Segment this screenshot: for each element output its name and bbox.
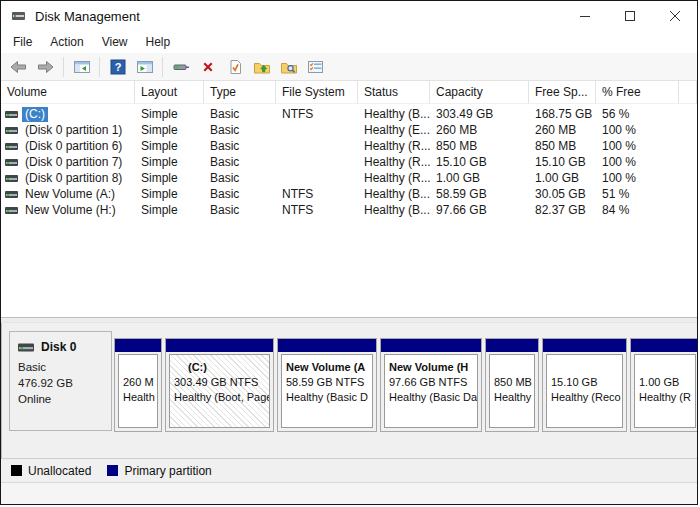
table-row[interactable]: New Volume (A:) Simple Basic NTFS Health…: [1, 186, 697, 202]
menu-help[interactable]: Help: [137, 32, 180, 52]
show-action-pane-button[interactable]: [131, 55, 158, 79]
partition-260mb[interactable]: 260 M Health: [114, 338, 162, 432]
window-title: Disk Management: [35, 9, 140, 24]
cell-layout: Simple: [135, 171, 204, 185]
partition-850mb[interactable]: 850 MB Healthy (: [485, 338, 539, 432]
volume-name: (Disk 0 partition 8): [22, 171, 125, 186]
table-row[interactable]: (Disk 0 partition 6) Simple Basic Health…: [1, 138, 697, 154]
explore-button[interactable]: [275, 55, 302, 79]
table-row[interactable]: (C:) Simple Basic NTFS Healthy (B... 303…: [1, 106, 697, 122]
cell-free-space: 850 MB: [529, 139, 596, 153]
menu-bar: File Action View Help: [1, 31, 697, 53]
cell-type: Basic: [204, 123, 276, 137]
properties-button[interactable]: [302, 55, 329, 79]
help-button[interactable]: ?: [104, 55, 131, 79]
toolbar-separator: [63, 57, 64, 77]
cell-layout: Simple: [135, 203, 204, 217]
document-check-icon: [227, 59, 243, 75]
cell-free-space: 30.05 GB: [529, 187, 596, 201]
delete-x-icon: [200, 59, 216, 75]
cell-free-space: 168.75 GB: [529, 107, 596, 121]
minimize-icon: [580, 11, 590, 21]
partition-new-volume-a[interactable]: New Volume (A 58.59 GB NTFS Healthy (Bas…: [277, 338, 377, 432]
column-header-status[interactable]: Status: [358, 81, 430, 104]
table-row[interactable]: (Disk 0 partition 1) Simple Basic Health…: [1, 122, 697, 138]
status-bar: [1, 482, 697, 504]
cell-free-space: 260 MB: [529, 123, 596, 137]
close-button[interactable]: [652, 1, 697, 31]
table-row[interactable]: New Volume (H:) Simple Basic NTFS Health…: [1, 202, 697, 218]
disk-volume-icon: [5, 126, 18, 135]
forward-button[interactable]: [32, 55, 59, 79]
column-header-type[interactable]: Type: [204, 81, 276, 104]
action-pane-icon: [136, 59, 154, 75]
rescan-disks-icon: [172, 59, 190, 75]
cell-pct-free: 51 %: [596, 187, 679, 201]
delete-volume-button[interactable]: [194, 55, 221, 79]
column-header-free-space[interactable]: Free Sp...: [529, 81, 596, 104]
menu-action[interactable]: Action: [41, 32, 92, 52]
cell-pct-free: 56 %: [596, 107, 679, 121]
back-button[interactable]: [5, 55, 32, 79]
cell-status: Healthy (E...: [358, 123, 430, 137]
maximize-button[interactable]: [607, 1, 652, 31]
menu-file[interactable]: File: [4, 32, 41, 52]
partition-type-bar: [278, 339, 376, 352]
cell-layout: Simple: [135, 107, 204, 121]
partition-new-volume-h[interactable]: New Volume (H 97.66 GB NTFS Healthy (Bas…: [380, 338, 482, 432]
legend-unallocated: Unallocated: [11, 464, 91, 478]
disk-size: 476.92 GB: [18, 375, 111, 391]
disk-0-header[interactable]: Disk 0 Basic 476.92 GB Online: [9, 331, 112, 431]
disk-name: Disk 0: [41, 340, 76, 354]
column-header-filler: [679, 81, 697, 104]
partition-type-bar: [486, 339, 538, 352]
cell-pct-free: 100 %: [596, 155, 679, 169]
partition-strip: 260 M Health (C:) 303.49 GB NTFS Healthy…: [114, 338, 697, 432]
cell-file-system: NTFS: [276, 203, 358, 217]
forward-arrow-icon: [36, 59, 55, 75]
toolbar-separator: [99, 57, 100, 77]
minimize-button[interactable]: [562, 1, 607, 31]
title-bar: Disk Management: [1, 1, 697, 31]
cell-status: Healthy (R...: [358, 139, 430, 153]
partition-c-drive[interactable]: (C:) 303.49 GB NTFS Healthy (Boot, Page: [165, 338, 274, 432]
legend-label: Unallocated: [28, 464, 91, 478]
column-header-file-system[interactable]: File System: [276, 81, 358, 104]
column-header-pct-free[interactable]: % Free: [596, 81, 679, 104]
open-button[interactable]: [248, 55, 275, 79]
column-header-layout[interactable]: Layout: [135, 81, 204, 104]
partition-type-bar: [115, 339, 161, 352]
column-header-capacity[interactable]: Capacity: [430, 81, 529, 104]
cell-file-system: NTFS: [276, 107, 358, 121]
cell-pct-free: 84 %: [596, 203, 679, 217]
table-row[interactable]: (Disk 0 partition 7) Simple Basic Health…: [1, 154, 697, 170]
menu-view[interactable]: View: [93, 32, 137, 52]
cell-capacity: 1.00 GB: [430, 171, 529, 185]
mark-partition-active-button[interactable]: [221, 55, 248, 79]
cell-capacity: 58.59 GB: [430, 187, 529, 201]
toolbar: ?: [1, 53, 697, 81]
cell-status: Healthy (B...: [358, 107, 430, 121]
back-arrow-icon: [9, 59, 28, 75]
disk-volume-icon: [5, 174, 18, 183]
column-header-volume[interactable]: Volume: [1, 81, 135, 104]
show-console-tree-button[interactable]: [68, 55, 95, 79]
maximize-icon: [625, 11, 635, 21]
partition-15gb[interactable]: 15.10 GB Healthy (Reco: [542, 338, 627, 432]
partition-1gb[interactable]: 1.00 GB Healthy (R: [630, 338, 697, 432]
cell-pct-free: 100 %: [596, 139, 679, 153]
disk-volume-icon: [5, 190, 18, 199]
rescan-disks-button[interactable]: [167, 55, 194, 79]
legend-bar: Unallocated Primary partition: [1, 459, 697, 482]
properties-list-icon: [307, 59, 324, 75]
cell-free-space: 82.37 GB: [529, 203, 596, 217]
cell-type: Basic: [204, 171, 276, 185]
table-row[interactable]: (Disk 0 partition 8) Simple Basic Health…: [1, 170, 697, 186]
volume-name: New Volume (A:): [22, 187, 118, 202]
disk-drive-icon: [18, 342, 34, 353]
cell-pct-free: 100 %: [596, 123, 679, 137]
disk-volume-icon: [5, 206, 18, 215]
cell-layout: Simple: [135, 123, 204, 137]
volume-list-header: Volume Layout Type File System Status Ca…: [1, 81, 697, 104]
svg-text:?: ?: [114, 61, 121, 73]
